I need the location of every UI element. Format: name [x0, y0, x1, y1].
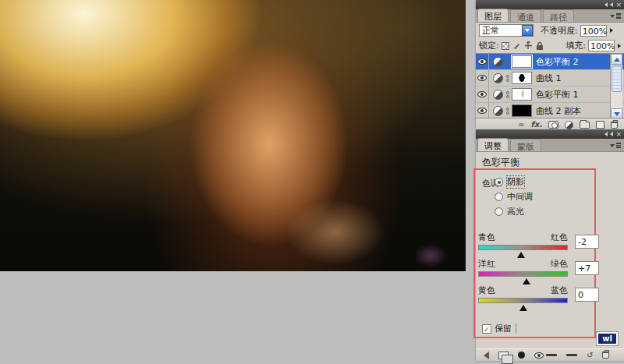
- mask-link-icon: [505, 90, 509, 99]
- adjustments-tab-row: 调整 蒙版: [476, 139, 624, 152]
- mask-link-icon: [505, 57, 509, 66]
- adjustments-footer: ↺: [476, 348, 624, 361]
- tab-layers[interactable]: 图层: [477, 9, 509, 22]
- reset-icon[interactable]: ↺: [587, 352, 593, 359]
- switch-panel-icon[interactable]: [498, 352, 509, 359]
- fill-input[interactable]: 100%: [588, 40, 615, 51]
- slider-cyan-red: 青色 红色: [478, 231, 568, 250]
- opacity-arrow-icon[interactable]: [610, 28, 613, 33]
- visibility-cell[interactable]: [476, 70, 489, 86]
- fill-arrow-icon[interactable]: [618, 44, 621, 48]
- collapse-icon[interactable]: [604, 132, 608, 136]
- preserve-luminosity-checkbox[interactable]: ✓ 保留: [482, 323, 516, 334]
- collapse-icon[interactable]: [604, 2, 608, 7]
- close-icon[interactable]: ×: [615, 2, 622, 9]
- slider-yellow-blue: 黄色 蓝色: [478, 284, 568, 303]
- add-mask-icon[interactable]: [548, 121, 558, 129]
- lock-all-padlock-icon[interactable]: [536, 41, 544, 51]
- opacity-label: 不透明度:: [541, 25, 578, 37]
- lock-transparency-icon[interactable]: [502, 42, 509, 50]
- layer-mask-thumbnail[interactable]: [512, 104, 532, 117]
- slider-track[interactable]: [478, 245, 568, 250]
- back-arrow-icon[interactable]: [484, 352, 489, 359]
- panel-menu-icon[interactable]: [610, 142, 621, 149]
- layer-mask-thumbnail[interactable]: [512, 72, 532, 84]
- visibility-cell[interactable]: [476, 87, 489, 102]
- slider-right-label: 绿色: [551, 258, 568, 270]
- layers-scrollbar[interactable]: [610, 54, 622, 118]
- slider-thumb[interactable]: [519, 305, 527, 311]
- blend-mode-row: 正常 不透明度: 100%: [476, 23, 624, 38]
- eye-icon: [477, 75, 487, 81]
- scroll-down-icon[interactable]: [611, 108, 622, 118]
- tab-paths[interactable]: 路径: [543, 9, 574, 22]
- visibility-cell[interactable]: [476, 54, 489, 69]
- lock-pixels-brush-icon[interactable]: [512, 41, 521, 50]
- magenta-green-value-input[interactable]: +7: [575, 261, 599, 275]
- visibility-cell[interactable]: [476, 103, 489, 118]
- collapse-icon[interactable]: [610, 132, 613, 136]
- slider-left-label: 洋红: [478, 258, 495, 270]
- radio-midtones[interactable]: 中间调: [495, 191, 533, 203]
- lock-row: 锁定: 填充: 100%: [476, 38, 624, 53]
- layer-mask-thumbnail[interactable]: [512, 55, 532, 68]
- layer-row-color-balance-1[interactable]: 色彩平衡 1: [476, 87, 624, 103]
- tab-adjustments[interactable]: 调整: [477, 138, 509, 151]
- visibility-toggle-icon[interactable]: [534, 352, 557, 359]
- tab-channels[interactable]: 通道: [510, 9, 541, 22]
- radio-shadows[interactable]: 阴影: [495, 176, 524, 188]
- radio-label: 中间调: [507, 191, 533, 203]
- tab-masks[interactable]: 蒙版: [510, 139, 541, 151]
- text-cursor: [516, 323, 516, 334]
- yellow-blue-value-input[interactable]: 0: [575, 288, 599, 302]
- new-layer-icon[interactable]: [596, 121, 604, 129]
- layer-mask-thumbnail[interactable]: [512, 88, 532, 101]
- layer-list: 色彩平衡 2 曲线 1 色彩平衡 1 曲线 2 副本: [476, 53, 624, 118]
- scrollbar-thumb[interactable]: [612, 65, 622, 92]
- radio-highlights[interactable]: 高光: [495, 206, 524, 217]
- link-icon[interactable]: ∞: [518, 121, 524, 129]
- slider-thumb[interactable]: [517, 252, 525, 258]
- view-previous-state-icon[interactable]: [566, 354, 577, 356]
- layer-row-curves-2-copy[interactable]: 曲线 2 副本: [476, 103, 624, 118]
- panel-menu-icon[interactable]: [610, 12, 621, 19]
- slider-track[interactable]: [478, 298, 568, 303]
- fill-label: 填充:: [566, 40, 586, 51]
- eye-icon: [477, 91, 487, 97]
- checkbox-icon: ✓: [482, 324, 491, 334]
- fx-icon[interactable]: fx.: [530, 121, 542, 129]
- blend-mode-select[interactable]: 正常: [479, 24, 534, 37]
- annotation-rectangle: [473, 168, 596, 338]
- collapse-icon[interactable]: [610, 2, 613, 7]
- slider-left-label: 黄色: [478, 284, 495, 296]
- slider-track[interactable]: [478, 271, 568, 277]
- group-icon[interactable]: [580, 122, 590, 129]
- blend-mode-value: 正常: [482, 25, 499, 37]
- layer-name: 色彩平衡 1: [536, 89, 579, 101]
- clip-to-layer-icon[interactable]: [518, 352, 525, 359]
- delete-adjustment-icon[interactable]: [602, 352, 609, 359]
- scroll-up-icon[interactable]: [611, 54, 622, 65]
- chevron-down-icon[interactable]: [522, 25, 533, 36]
- layer-row-color-balance-2[interactable]: 色彩平衡 2: [476, 54, 624, 70]
- adjustment-title: 色彩平衡: [482, 156, 519, 169]
- adjustment-layer-icon: [493, 90, 503, 100]
- trash-icon[interactable]: [611, 122, 618, 129]
- photoshop-workspace: × 图层 通道 路径 正常 不透明度: 100% 锁定: 填充: [0, 0, 624, 364]
- layer-name: 色彩平衡 2: [536, 56, 579, 68]
- layer-row-curves-1[interactable]: 曲线 1: [476, 70, 624, 87]
- adjustment-icon[interactable]: [565, 121, 573, 129]
- mask-link-icon: [505, 106, 509, 115]
- slider-thumb[interactable]: [523, 278, 530, 284]
- lock-position-move-icon[interactable]: [524, 41, 533, 50]
- adjustment-layer-icon: [493, 73, 503, 83]
- layers-panel: × 图层 通道 路径 正常 不透明度: 100% 锁定: 填充: [476, 0, 624, 128]
- opacity-input[interactable]: 100%: [580, 25, 607, 37]
- adjustment-layer-icon: [493, 57, 503, 67]
- close-icon[interactable]: ×: [615, 131, 622, 138]
- cyan-red-value-input[interactable]: -2: [575, 235, 599, 249]
- adjustments-panel: × 调整 蒙版 色彩平衡 色调: 阴影 中间调 高光: [476, 129, 624, 360]
- lock-label: 锁定:: [479, 40, 499, 51]
- radio-icon: [495, 178, 503, 186]
- slider-left-label: 青色: [478, 231, 495, 243]
